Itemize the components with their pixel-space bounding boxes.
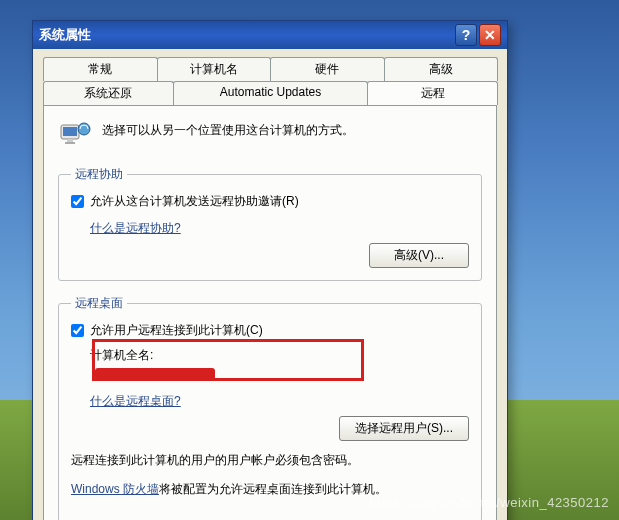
system-properties-dialog: 系统属性 ? ✕ 常规 计算机名 硬件 高级 系统还原 Automatic Up… bbox=[32, 20, 508, 520]
select-users-button[interactable]: 选择远程用户(S)... bbox=[339, 416, 469, 441]
firewall-link[interactable]: Windows 防火墙 bbox=[71, 480, 159, 499]
tab-content: 选择可以从另一个位置使用这台计算机的方式。 远程协助 允许从这台计算机发送远程协… bbox=[43, 105, 497, 520]
description-text: 选择可以从另一个位置使用这台计算机的方式。 bbox=[102, 118, 354, 139]
tab-general[interactable]: 常规 bbox=[43, 57, 158, 81]
remote-assist-checkbox-label: 允许从这台计算机发送远程协助邀请(R) bbox=[90, 193, 299, 210]
remote-desktop-checkbox-label: 允许用户远程连接到此计算机(C) bbox=[90, 322, 263, 339]
titlebar[interactable]: 系统属性 ? ✕ bbox=[33, 21, 507, 49]
svg-rect-1 bbox=[63, 127, 77, 136]
tab-remote[interactable]: 远程 bbox=[367, 81, 498, 105]
remote-assist-advanced-button[interactable]: 高级(V)... bbox=[369, 243, 469, 268]
tab-hardware[interactable]: 硬件 bbox=[270, 57, 385, 81]
full-name-label: 计算机全名: bbox=[90, 348, 153, 362]
dialog-title: 系统属性 bbox=[39, 26, 453, 44]
tabs: 常规 计算机名 硬件 高级 系统还原 Automatic Updates 远程 bbox=[43, 57, 497, 105]
firewall-note-rest: 将被配置为允许远程桌面连接到此计算机。 bbox=[159, 482, 387, 496]
dialog-body: 常规 计算机名 硬件 高级 系统还原 Automatic Updates 远程 bbox=[33, 49, 507, 520]
tab-computer-name[interactable]: 计算机名 bbox=[157, 57, 272, 81]
remote-assist-checkbox[interactable] bbox=[71, 195, 84, 208]
tab-advanced[interactable]: 高级 bbox=[384, 57, 499, 81]
remote-desktop-checkbox[interactable] bbox=[71, 324, 84, 337]
help-button[interactable]: ? bbox=[455, 24, 477, 46]
svg-rect-2 bbox=[67, 139, 73, 142]
redacted-value bbox=[95, 366, 469, 383]
remote-desktop-legend: 远程桌面 bbox=[71, 295, 127, 312]
tab-auto-updates[interactable]: Automatic Updates bbox=[173, 81, 368, 105]
remote-assist-help-link[interactable]: 什么是远程协助? bbox=[90, 220, 181, 237]
tab-system-restore[interactable]: 系统还原 bbox=[43, 81, 174, 105]
watermark: https://blog.csdn.net/weixin_42350212 bbox=[369, 495, 609, 510]
svg-rect-3 bbox=[65, 142, 75, 144]
remote-assist-group: 远程协助 允许从这台计算机发送远程协助邀请(R) 什么是远程协助? 高级(V).… bbox=[58, 166, 482, 281]
remote-assist-legend: 远程协助 bbox=[71, 166, 127, 183]
close-button[interactable]: ✕ bbox=[479, 24, 501, 46]
close-icon: ✕ bbox=[484, 27, 496, 43]
remote-icon bbox=[58, 118, 94, 154]
password-note: 远程连接到此计算机的用户的用户帐户必须包含密码。 bbox=[71, 451, 469, 470]
remote-desktop-group: 远程桌面 允许用户远程连接到此计算机(C) 计算机全名: 什么是远程桌面? 选择… bbox=[58, 295, 482, 520]
remote-desktop-help-link[interactable]: 什么是远程桌面? bbox=[90, 393, 181, 410]
